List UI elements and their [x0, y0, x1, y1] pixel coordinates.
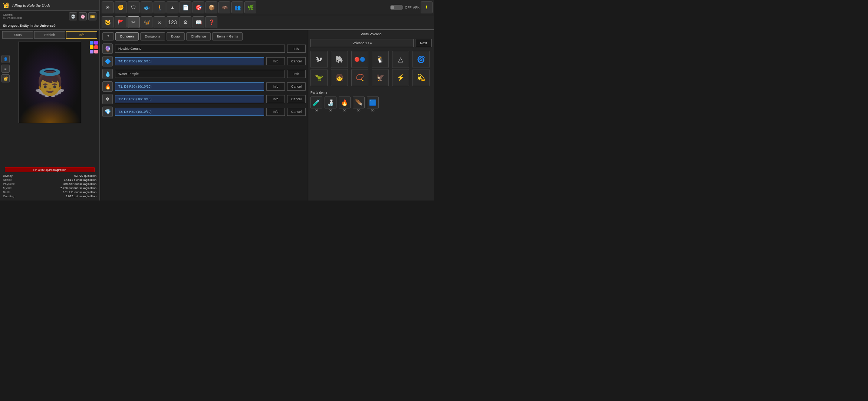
gem-blue-1	[90, 41, 93, 45]
party-item-icon-4: 🪶	[353, 97, 365, 108]
tab-challenge[interactable]: Challenge	[186, 32, 211, 40]
party-item-count-3: 50	[343, 109, 346, 112]
crown-side-icon[interactable]: 👑	[1, 74, 10, 82]
clones-section: Clones: 0 / 75,000,000 💀 🌸 🎫	[0, 11, 99, 22]
nav-triangle-icon[interactable]: ▲	[167, 1, 178, 13]
toggle-pill[interactable]	[390, 5, 403, 10]
dungeon-t2[interactable]: T2: D3 R60 (10/10/10)	[115, 95, 264, 103]
nav-bat-icon[interactable]: 🦇	[218, 1, 230, 13]
party-item-count-5: 50	[371, 109, 375, 112]
afk-label: AFK	[413, 6, 420, 9]
monster-icon-t1: 🔥	[102, 81, 113, 92]
monster-slot-5: △	[392, 51, 409, 68]
lucky-icon[interactable]: 🎫	[88, 12, 96, 20]
party-item-4: 🪶 50	[353, 97, 365, 112]
next-btn[interactable]: Next	[415, 39, 432, 47]
monster-slot-8: 👧	[331, 69, 348, 86]
cancel-btn-t2[interactable]: Cancel	[287, 95, 306, 103]
nav-fist-icon[interactable]: ✊	[115, 1, 126, 13]
nav-page-icon[interactable]: 📄	[180, 1, 191, 13]
cancel-btn-t3[interactable]: Cancel	[287, 108, 306, 116]
dungeon-tabs: ? Dungeon Dungeons Equip Challenge Items…	[102, 32, 306, 40]
dungeon-newbie-ground[interactable]: Newbie Ground	[115, 45, 285, 53]
question-btn[interactable]: ?	[102, 32, 114, 40]
cancel-btn-t4[interactable]: Cancel	[287, 57, 306, 65]
nav-infinity-icon[interactable]: ∞	[154, 16, 165, 28]
monster-slot-12: 💫	[412, 69, 430, 86]
nav-book-icon[interactable]: 📖	[193, 16, 204, 28]
dungeon-t1[interactable]: T1: D3 R60 (10/10/10)	[115, 82, 264, 91]
nav-leaf-icon[interactable]: 🌿	[244, 1, 256, 13]
stat-battle: Battle: 181.211 duosexagintillion	[3, 190, 96, 194]
info-btn-t1[interactable]: Info	[266, 82, 285, 91]
party-item-icon-1: 🧪	[310, 97, 322, 108]
hp-bar: HP 29.884 quinsexagintillion	[5, 167, 94, 172]
dungeon-t4[interactable]: T4: D3 R60 (10/10/10)	[115, 57, 264, 65]
party-item-3: 🔥 50	[339, 97, 351, 112]
dungeon-water-temple[interactable]: Water Temple	[115, 70, 285, 78]
tab-bar: Stats Rebirth Info	[0, 30, 99, 40]
clones-label: Clones:	[3, 13, 13, 16]
nav-box-icon[interactable]: 📦	[206, 1, 217, 13]
tab-rebirth[interactable]: Rebirth	[34, 31, 65, 39]
toggle-off-label: OFF	[405, 6, 411, 9]
tab-stats[interactable]: Stats	[2, 31, 33, 39]
clones-items: 💀 🌸 🎫	[69, 12, 96, 20]
dungeon-row-t1: 🔥 T1: D3 R60 (10/10/10) Info Cancel	[102, 81, 306, 92]
stat-creating: Creating: 2.012 quinsexagintillion	[3, 194, 96, 198]
nav-gear-icon[interactable]: ⚙	[180, 16, 191, 28]
info-btn-t2[interactable]: Info	[266, 95, 285, 103]
nav-scissors-icon[interactable]: ✂	[128, 16, 139, 28]
info-btn-newbie[interactable]: Info	[287, 45, 306, 53]
nav-fish-icon[interactable]: 🐟	[141, 1, 152, 13]
flower-icon[interactable]: 🌸	[79, 12, 87, 20]
nav-flag-icon[interactable]: 🚩	[115, 16, 126, 28]
party-item-5: 🟦 50	[367, 97, 379, 112]
nav-target-icon[interactable]: 🎯	[193, 1, 204, 13]
clones-value: 0 / 75,000,000	[3, 16, 22, 20]
monster-slot-1: 🐿	[310, 51, 328, 68]
party-item-1: 🧪 50	[310, 97, 322, 112]
stat-attack: Attack: 17.611 quinsexagintillion	[3, 178, 96, 182]
info-btn-t3[interactable]: Info	[266, 108, 285, 116]
monster-icon-water: 💧	[102, 69, 113, 79]
entity-title: Strongest Entity in the Universe?	[0, 22, 99, 30]
monster-icon-t2: ❄	[102, 94, 113, 104]
right-panel: ☀ ✊ 🛡 🐟 🚶 ▲ 📄 🎯 📦 🦇 👥 🌿 OFF AFK !	[100, 0, 434, 200]
gem-purple-1	[94, 41, 98, 45]
stats-grid: Divinity: 62.729 quintillion Attack: 17.…	[0, 174, 99, 200]
nav-shield-icon[interactable]: 🛡	[128, 1, 139, 13]
party-item-count-4: 50	[357, 109, 361, 112]
stat-physical: Physical: 349.567 duosexagintillion	[3, 182, 96, 186]
character-area: 👤 ≡ 👑 👼	[0, 40, 99, 166]
monster-slot-4: 🐧	[372, 51, 389, 68]
monster-slot-10: 🦅	[372, 69, 389, 86]
nav-cat-icon[interactable]: 🐱	[102, 16, 114, 28]
dungeon-t3[interactable]: T3: D3 R60 (10/10/10)	[115, 108, 264, 116]
nav-123-icon[interactable]: 123	[167, 16, 178, 28]
party-items-header: Party items	[310, 91, 432, 94]
afk-toggle: OFF AFK	[390, 5, 420, 10]
nav-person-icon[interactable]: 🚶	[154, 1, 165, 13]
portrait-icon[interactable]: 👤	[1, 55, 10, 63]
info-btn-t4[interactable]: Info	[266, 57, 285, 65]
menu-icon[interactable]: ≡	[1, 65, 10, 73]
tab-items-gems[interactable]: Items + Gems	[212, 32, 243, 40]
cancel-btn-t1[interactable]: Cancel	[287, 82, 306, 91]
tab-dungeons[interactable]: Dungeons	[140, 32, 165, 40]
tab-info[interactable]: Info	[66, 31, 97, 39]
nav-people-icon[interactable]: 👥	[231, 1, 243, 13]
exclaim-button[interactable]: !	[421, 1, 433, 13]
nav-question-icon[interactable]: ❓	[206, 16, 217, 28]
skull-icon[interactable]: 💀	[69, 12, 77, 20]
monster-slot-2: 🐘	[331, 51, 348, 68]
nav-sun-icon[interactable]: ☀	[102, 1, 114, 13]
gem-lavender-1	[90, 50, 93, 53]
info-btn-water[interactable]: Info	[287, 70, 306, 78]
nav-butterfly-icon[interactable]: 🦋	[141, 16, 152, 28]
party-item-2: 🍶 50	[325, 97, 336, 112]
party-item-icon-3: 🔥	[339, 97, 351, 108]
volcano-location-btn[interactable]: Volcano 1 / 4	[310, 39, 414, 47]
tab-dungeon[interactable]: Dungeon	[115, 32, 139, 40]
tab-equip[interactable]: Equip	[167, 32, 185, 40]
